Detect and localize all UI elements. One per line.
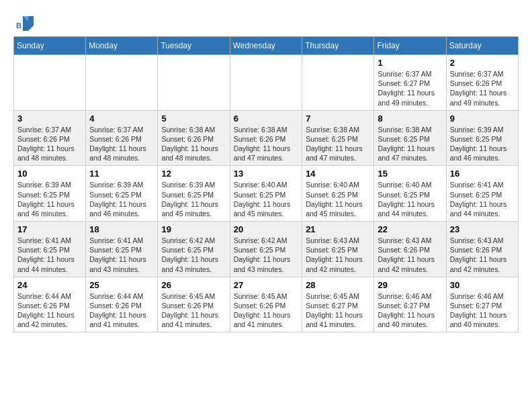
day-number: 1 [378, 58, 442, 68]
day-number: 3 [17, 113, 82, 124]
weekday-header-tuesday: Tuesday [158, 37, 230, 55]
calendar-cell: 5Sunrise: 6:38 AM Sunset: 6:26 PM Daylig… [158, 110, 230, 166]
day-info: Sunrise: 6:40 AM Sunset: 6:25 PM Dayligh… [378, 180, 442, 218]
weekday-header-row: SundayMondayTuesdayWednesdayThursdayFrid… [14, 37, 519, 55]
calendar-cell: 6Sunrise: 6:38 AM Sunset: 6:26 PM Daylig… [230, 110, 302, 166]
week-row-4: 17Sunrise: 6:41 AM Sunset: 6:25 PM Dayli… [14, 222, 519, 277]
calendar-cell [14, 55, 86, 111]
weekday-header-thursday: Thursday [302, 37, 374, 55]
calendar-cell: 4Sunrise: 6:37 AM Sunset: 6:26 PM Daylig… [86, 110, 158, 166]
day-number: 25 [89, 280, 154, 290]
calendar-cell: 20Sunrise: 6:42 AM Sunset: 6:25 PM Dayli… [230, 222, 302, 277]
day-number: 12 [161, 169, 226, 179]
day-number: 6 [234, 113, 298, 124]
day-number: 14 [306, 169, 370, 179]
week-row-3: 10Sunrise: 6:39 AM Sunset: 6:25 PM Dayli… [14, 166, 519, 222]
calendar-cell: 21Sunrise: 6:43 AM Sunset: 6:25 PM Dayli… [302, 222, 374, 277]
day-info: Sunrise: 6:38 AM Sunset: 6:25 PM Dayligh… [306, 125, 370, 163]
day-info: Sunrise: 6:38 AM Sunset: 6:26 PM Dayligh… [234, 125, 298, 163]
day-number: 13 [234, 169, 298, 179]
calendar-cell: 19Sunrise: 6:42 AM Sunset: 6:25 PM Dayli… [158, 222, 230, 277]
calendar-cell: 16Sunrise: 6:41 AM Sunset: 6:25 PM Dayli… [446, 166, 518, 222]
day-info: Sunrise: 6:42 AM Sunset: 6:25 PM Dayligh… [161, 236, 226, 274]
day-number: 23 [450, 224, 515, 234]
day-number: 29 [378, 280, 442, 290]
day-number: 7 [306, 113, 370, 124]
day-info: Sunrise: 6:42 AM Sunset: 6:25 PM Dayligh… [234, 236, 298, 274]
day-number: 2 [450, 58, 515, 68]
calendar-cell: 3Sunrise: 6:37 AM Sunset: 6:26 PM Daylig… [14, 110, 86, 166]
calendar-cell: 13Sunrise: 6:40 AM Sunset: 6:25 PM Dayli… [230, 166, 302, 222]
day-number: 22 [378, 224, 442, 234]
day-info: Sunrise: 6:41 AM Sunset: 6:25 PM Dayligh… [450, 180, 515, 218]
day-number: 18 [89, 224, 154, 234]
day-info: Sunrise: 6:38 AM Sunset: 6:26 PM Dayligh… [161, 125, 226, 163]
day-number: 16 [450, 169, 515, 179]
weekday-header-wednesday: Wednesday [230, 37, 302, 55]
day-info: Sunrise: 6:44 AM Sunset: 6:26 PM Dayligh… [89, 291, 154, 330]
calendar-cell: 2Sunrise: 6:37 AM Sunset: 6:26 PM Daylig… [446, 55, 518, 111]
day-number: 21 [306, 224, 370, 234]
week-row-5: 24Sunrise: 6:44 AM Sunset: 6:26 PM Dayli… [14, 277, 519, 332]
svg-text:B: B [16, 21, 21, 30]
day-number: 11 [89, 169, 154, 179]
day-number: 4 [89, 113, 154, 124]
day-number: 15 [378, 169, 442, 179]
day-number: 10 [17, 169, 82, 179]
day-info: Sunrise: 6:46 AM Sunset: 6:27 PM Dayligh… [450, 291, 515, 330]
day-info: Sunrise: 6:40 AM Sunset: 6:25 PM Dayligh… [234, 180, 298, 218]
weekday-header-sunday: Sunday [14, 37, 86, 55]
day-info: Sunrise: 6:46 AM Sunset: 6:27 PM Dayligh… [378, 291, 442, 330]
calendar-table: SundayMondayTuesdayWednesdayThursdayFrid… [13, 36, 519, 332]
calendar-cell: 24Sunrise: 6:44 AM Sunset: 6:26 PM Dayli… [14, 277, 86, 332]
calendar-cell: 22Sunrise: 6:43 AM Sunset: 6:26 PM Dayli… [374, 222, 446, 277]
day-info: Sunrise: 6:38 AM Sunset: 6:25 PM Dayligh… [378, 125, 442, 163]
calendar-cell [158, 55, 230, 111]
day-info: Sunrise: 6:45 AM Sunset: 6:27 PM Dayligh… [306, 291, 370, 330]
calendar-cell: 10Sunrise: 6:39 AM Sunset: 6:25 PM Dayli… [14, 166, 86, 222]
day-number: 30 [450, 280, 515, 290]
calendar-cell [230, 55, 302, 111]
day-number: 27 [234, 280, 298, 290]
day-info: Sunrise: 6:37 AM Sunset: 6:27 PM Dayligh… [378, 69, 442, 107]
day-info: Sunrise: 6:45 AM Sunset: 6:26 PM Dayligh… [234, 291, 298, 330]
day-info: Sunrise: 6:37 AM Sunset: 6:26 PM Dayligh… [450, 69, 515, 107]
day-info: Sunrise: 6:37 AM Sunset: 6:26 PM Dayligh… [89, 125, 154, 163]
day-info: Sunrise: 6:44 AM Sunset: 6:26 PM Dayligh… [17, 291, 82, 330]
calendar-cell: 9Sunrise: 6:39 AM Sunset: 6:25 PM Daylig… [446, 110, 518, 166]
weekday-header-monday: Monday [86, 37, 158, 55]
day-info: Sunrise: 6:37 AM Sunset: 6:26 PM Dayligh… [17, 125, 82, 163]
day-info: Sunrise: 6:39 AM Sunset: 6:25 PM Dayligh… [89, 180, 154, 218]
weekday-header-friday: Friday [374, 37, 446, 55]
weekday-header-saturday: Saturday [446, 37, 518, 55]
calendar-cell [302, 55, 374, 111]
day-number: 28 [306, 280, 370, 290]
day-info: Sunrise: 6:43 AM Sunset: 6:26 PM Dayligh… [378, 236, 442, 274]
day-number: 9 [450, 113, 515, 124]
calendar-cell: 29Sunrise: 6:46 AM Sunset: 6:27 PM Dayli… [374, 277, 446, 332]
calendar-cell: 18Sunrise: 6:41 AM Sunset: 6:25 PM Dayli… [86, 222, 158, 277]
calendar-cell: 23Sunrise: 6:43 AM Sunset: 6:26 PM Dayli… [446, 222, 518, 277]
day-number: 20 [234, 224, 298, 234]
day-number: 8 [378, 113, 442, 124]
page-header: B [13, 13, 519, 30]
calendar-cell: 25Sunrise: 6:44 AM Sunset: 6:26 PM Dayli… [86, 277, 158, 332]
day-info: Sunrise: 6:41 AM Sunset: 6:25 PM Dayligh… [17, 236, 82, 274]
calendar-cell: 8Sunrise: 6:38 AM Sunset: 6:25 PM Daylig… [374, 110, 446, 166]
day-info: Sunrise: 6:39 AM Sunset: 6:25 PM Dayligh… [450, 125, 515, 163]
calendar-cell: 12Sunrise: 6:39 AM Sunset: 6:25 PM Dayli… [158, 166, 230, 222]
day-info: Sunrise: 6:40 AM Sunset: 6:25 PM Dayligh… [306, 180, 370, 218]
logo-icon: B [15, 13, 35, 34]
calendar-cell: 26Sunrise: 6:45 AM Sunset: 6:26 PM Dayli… [158, 277, 230, 332]
day-number: 5 [161, 113, 226, 124]
calendar-cell: 15Sunrise: 6:40 AM Sunset: 6:25 PM Dayli… [374, 166, 446, 222]
day-number: 24 [17, 280, 82, 290]
day-info: Sunrise: 6:39 AM Sunset: 6:25 PM Dayligh… [161, 180, 226, 218]
logo: B [13, 13, 35, 30]
calendar-cell: 30Sunrise: 6:46 AM Sunset: 6:27 PM Dayli… [446, 277, 518, 332]
week-row-1: 1Sunrise: 6:37 AM Sunset: 6:27 PM Daylig… [14, 55, 519, 111]
day-info: Sunrise: 6:39 AM Sunset: 6:25 PM Dayligh… [17, 180, 82, 218]
day-info: Sunrise: 6:43 AM Sunset: 6:25 PM Dayligh… [306, 236, 370, 274]
day-info: Sunrise: 6:43 AM Sunset: 6:26 PM Dayligh… [450, 236, 515, 274]
calendar-cell: 1Sunrise: 6:37 AM Sunset: 6:27 PM Daylig… [374, 55, 446, 111]
